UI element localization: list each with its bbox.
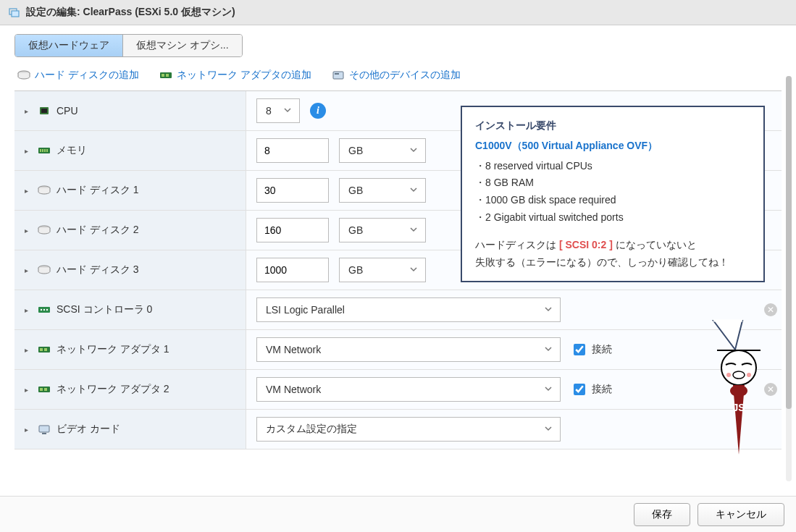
disk2-unit: GB bbox=[348, 224, 363, 236]
save-button[interactable]: 保存 bbox=[634, 503, 690, 526]
video-settings-select[interactable]: カスタム設定の指定 bbox=[256, 417, 561, 442]
memory-value-input[interactable] bbox=[256, 138, 329, 163]
row-scsi: ▸ SCSI コントローラ 0 LSI Logic Parallel ✕ bbox=[14, 290, 782, 330]
svg-point-33 bbox=[726, 373, 731, 377]
chevron-down-icon bbox=[409, 264, 418, 276]
disk3-label-cell[interactable]: ▸ ハード ディスク 3 bbox=[14, 250, 246, 290]
disk1-unit-select[interactable]: GB bbox=[339, 178, 426, 203]
callout-bullet-3: ・1000 GB disk space required bbox=[475, 192, 750, 209]
disk2-value-input[interactable] bbox=[256, 218, 329, 242]
nic-icon bbox=[159, 70, 172, 80]
svg-point-20 bbox=[43, 309, 45, 311]
window-title: 設定の編集: ClearPass (ESXi 5.0 仮想マシン) bbox=[26, 6, 235, 19]
cpu-count-select[interactable]: 8 bbox=[256, 98, 300, 123]
video-row-end bbox=[760, 410, 782, 449]
nic1-network-select[interactable]: VM Network bbox=[256, 337, 561, 362]
callout-note-2: 失敗する（エラーになる）ので、しっかり確認してね！ bbox=[475, 254, 750, 271]
nic1-connect-checkbox[interactable] bbox=[574, 344, 585, 355]
disk2-unit-select[interactable]: GB bbox=[339, 218, 426, 242]
remove-nic2-button[interactable]: ✕ bbox=[764, 383, 777, 396]
nic2-connect-wrap: 接続 bbox=[571, 381, 612, 397]
cancel-button[interactable]: キャンセル bbox=[697, 503, 784, 526]
svg-point-35 bbox=[730, 385, 747, 397]
nic2-controls: VM Network 接続 bbox=[246, 370, 760, 409]
add-hard-disk-label: ハード ディスクの追加 bbox=[35, 69, 139, 82]
scsi-value: LSI Logic Parallel bbox=[266, 304, 345, 316]
ram-icon bbox=[38, 145, 51, 156]
tab-vm-options[interactable]: 仮想マシン オプシ... bbox=[123, 35, 242, 56]
svg-rect-11 bbox=[40, 149, 41, 152]
add-nic-label: ネットワーク アダプタの追加 bbox=[177, 69, 311, 82]
scsi-remove: ✕ bbox=[760, 290, 782, 329]
callout-bullet-1: ・8 reserved virtual CPUs bbox=[475, 158, 750, 175]
nic1-row-end bbox=[760, 330, 782, 369]
scsi-controls: LSI Logic Parallel bbox=[246, 290, 760, 329]
add-toolbar: ハード ディスクの追加 ネットワーク アダプタの追加 その他のデバイスの追加 bbox=[14, 69, 782, 90]
nic2-label: ネットワーク アダプタ 2 bbox=[56, 383, 169, 396]
svg-rect-9 bbox=[41, 109, 47, 113]
nic1-controls: VM Network 接続 bbox=[246, 330, 760, 369]
cpu-label-cell[interactable]: ▸ CPU bbox=[14, 91, 246, 130]
add-other-label: その他のデバイスの追加 bbox=[349, 69, 461, 82]
callout-note-1c: になっていないと bbox=[613, 239, 697, 250]
callout-note-1: ハードディスクは [ SCSI 0:2 ] になっていないと bbox=[475, 237, 750, 254]
disk3-unit: GB bbox=[348, 264, 363, 276]
callout-title: インストール要件 bbox=[475, 117, 750, 135]
add-other-device[interactable]: その他のデバイスの追加 bbox=[332, 69, 461, 82]
expand-icon: ▸ bbox=[25, 426, 32, 434]
info-icon[interactable]: i bbox=[310, 103, 326, 119]
expand-icon: ▸ bbox=[25, 107, 32, 115]
expand-icon: ▸ bbox=[25, 227, 32, 235]
video-value: カスタム設定の指定 bbox=[266, 423, 357, 436]
nic2-connect-checkbox[interactable] bbox=[574, 384, 585, 395]
disk1-value-input[interactable] bbox=[256, 178, 329, 203]
dialog-footer: 保存 キャンセル bbox=[0, 496, 796, 532]
memory-unit-select[interactable]: GB bbox=[339, 138, 426, 163]
scrollbar[interactable] bbox=[786, 76, 792, 481]
device-icon bbox=[332, 70, 345, 80]
scsi-label-cell[interactable]: ▸ SCSI コントローラ 0 bbox=[14, 290, 246, 329]
disk3-unit-select[interactable]: GB bbox=[339, 258, 426, 282]
memory-unit: GB bbox=[348, 145, 363, 156]
disk2-label: ハード ディスク 2 bbox=[56, 224, 139, 237]
svg-rect-29 bbox=[42, 433, 46, 434]
add-network-adapter[interactable]: ネットワーク アダプタの追加 bbox=[159, 69, 311, 82]
disk-icon bbox=[38, 225, 51, 235]
tab-virtual-hardware[interactable]: 仮想ハードウェア bbox=[15, 35, 123, 56]
svg-rect-27 bbox=[44, 388, 47, 391]
callout-product: C1000V（500 Virtual Appliance OVF） bbox=[475, 138, 750, 155]
memory-label-cell[interactable]: ▸ メモリ bbox=[14, 131, 246, 170]
video-label-cell[interactable]: ▸ ビデオ カード bbox=[14, 410, 246, 449]
nic-icon bbox=[38, 384, 51, 394]
add-hard-disk[interactable]: ハード ディスクの追加 bbox=[17, 69, 139, 82]
title-bar: 設定の編集: ClearPass (ESXi 5.0 仮想マシン) bbox=[0, 0, 796, 25]
nic1-label-cell[interactable]: ▸ ネットワーク アダプタ 1 bbox=[14, 330, 246, 369]
svg-text:JS: JS bbox=[732, 402, 745, 413]
disk-icon bbox=[17, 70, 30, 80]
chevron-down-icon bbox=[544, 344, 553, 355]
nic1-value: VM Network bbox=[266, 344, 321, 355]
nic2-label-cell[interactable]: ▸ ネットワーク アダプタ 2 bbox=[14, 370, 246, 409]
expand-icon: ▸ bbox=[25, 386, 32, 394]
disk1-label: ハード ディスク 1 bbox=[56, 184, 139, 197]
svg-rect-6 bbox=[333, 72, 343, 79]
nic2-value: VM Network bbox=[266, 384, 321, 395]
scsi-type-select[interactable]: LSI Logic Parallel bbox=[256, 297, 561, 322]
chevron-down-icon bbox=[544, 423, 553, 435]
disk1-label-cell[interactable]: ▸ ハード ディスク 1 bbox=[14, 171, 246, 210]
scrollbar-thumb[interactable] bbox=[786, 76, 792, 409]
memory-label: メモリ bbox=[56, 144, 87, 157]
chevron-down-icon bbox=[283, 105, 292, 117]
nic1-connect-label: 接続 bbox=[592, 343, 612, 356]
remove-scsi-button[interactable]: ✕ bbox=[764, 303, 777, 316]
disk2-label-cell[interactable]: ▸ ハード ディスク 2 bbox=[14, 211, 246, 250]
chevron-down-icon bbox=[409, 224, 418, 236]
nic2-network-select[interactable]: VM Network bbox=[256, 377, 561, 402]
row-video: ▸ ビデオ カード カスタム設定の指定 bbox=[14, 410, 782, 449]
disk3-value-input[interactable] bbox=[256, 258, 329, 282]
svg-rect-28 bbox=[39, 426, 49, 432]
svg-rect-4 bbox=[162, 74, 164, 77]
chevron-down-icon bbox=[544, 304, 553, 316]
callout-note-1a: ハードディスクは bbox=[475, 239, 559, 250]
requirements-callout: インストール要件 C1000V（500 Virtual Appliance OV… bbox=[461, 106, 765, 282]
